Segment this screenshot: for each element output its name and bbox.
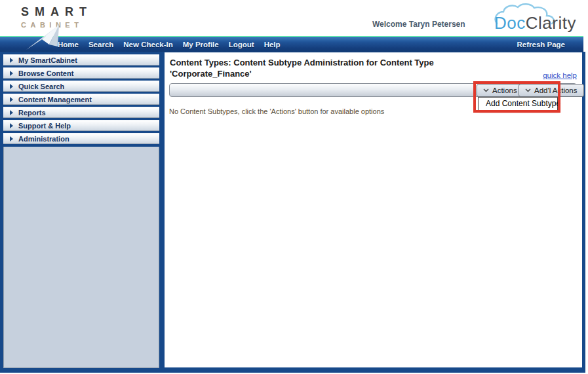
nav-item-help[interactable]: Help <box>264 41 281 48</box>
brand-doc-text: Doc <box>494 13 526 33</box>
sidebar-item-label: Content Management <box>18 96 92 103</box>
sidebar-item-label: Quick Search <box>18 83 64 90</box>
expand-arrow-icon <box>10 58 13 63</box>
chevron-down-icon <box>483 88 489 92</box>
sidebar-item-reports[interactable]: Reports <box>3 107 159 118</box>
docclarity-logo: DocClarity <box>493 9 585 35</box>
refresh-page-link[interactable]: Refresh Page <box>517 37 565 52</box>
sidebar-item-browse-content[interactable]: Browse Content <box>3 67 159 79</box>
sidebar-item-my-smartcabinet[interactable]: My SmartCabinet <box>3 54 159 65</box>
actions-button[interactable]: Actions <box>477 84 524 97</box>
sidebar-menu: My SmartCabinet Browse Content Quick Sea… <box>3 53 159 147</box>
expand-arrow-icon <box>10 84 13 89</box>
page-title: Content Types: Content Subtype Administr… <box>170 57 434 79</box>
sidebar-item-administration[interactable]: Administration <box>3 133 159 144</box>
expand-arrow-icon <box>10 97 13 102</box>
top-navbar: Home Search New Check-In My Profile Logo… <box>0 36 583 52</box>
addl-actions-button-label: Add'l Actions <box>534 86 578 94</box>
nav-item-search[interactable]: Search <box>88 41 113 48</box>
nav-item-my-profile[interactable]: My Profile <box>183 41 219 48</box>
page-title-line2: 'Corporate_Finance' <box>170 68 434 79</box>
page: SMART CABINET Welcome Taryn Petersen Doc… <box>0 0 588 374</box>
chevron-down-icon <box>525 88 531 92</box>
sidebar-item-quick-search[interactable]: Quick Search <box>3 81 159 92</box>
actions-button-label: Actions <box>492 86 517 94</box>
brand-clarity-text: Clarity <box>526 13 576 33</box>
sidebar-item-label: Administration <box>18 135 69 143</box>
expand-arrow-icon <box>10 71 13 76</box>
sidebar-item-label: Reports <box>18 109 46 117</box>
paper-airplane-icon <box>20 25 72 51</box>
quick-help-link[interactable]: quick help <box>543 71 577 79</box>
sidebar: My SmartCabinet Browse Content Quick Sea… <box>3 53 159 368</box>
expand-arrow-icon <box>10 123 13 128</box>
addl-actions-button[interactable]: Add'l Actions <box>519 84 584 97</box>
nav-item-new-check-in[interactable]: New Check-In <box>123 41 172 48</box>
expand-arrow-icon <box>10 136 13 141</box>
menu-item-add-content-subtype[interactable]: Add Content Subtype <box>479 98 557 110</box>
sidebar-item-label: Support & Help <box>18 122 71 130</box>
empty-state-message: No Content Subtypes, click the 'Actions'… <box>169 107 384 115</box>
page-title-line1: Content Types: Content Subtype Administr… <box>170 57 434 68</box>
nav-item-logout[interactable]: Logout <box>229 41 254 48</box>
content-area: Content Types: Content Subtype Administr… <box>165 52 582 367</box>
sidebar-item-label: My SmartCabinet <box>18 56 77 64</box>
main-frame: My SmartCabinet Browse Content Quick Sea… <box>0 52 585 373</box>
sidebar-item-label: Browse Content <box>18 69 73 77</box>
logo-smart-text: SMART <box>21 5 92 19</box>
welcome-message: Welcome Taryn Petersen <box>372 20 465 29</box>
sidebar-item-support-help[interactable]: Support & Help <box>3 120 159 131</box>
sidebar-item-content-management[interactable]: Content Management <box>3 94 159 105</box>
actions-menu: Add Content Subtype <box>478 97 558 111</box>
expand-arrow-icon <box>10 110 13 115</box>
brand-text: DocClarity <box>494 13 576 33</box>
header: SMART CABINET Welcome Taryn Petersen Doc… <box>0 0 588 36</box>
